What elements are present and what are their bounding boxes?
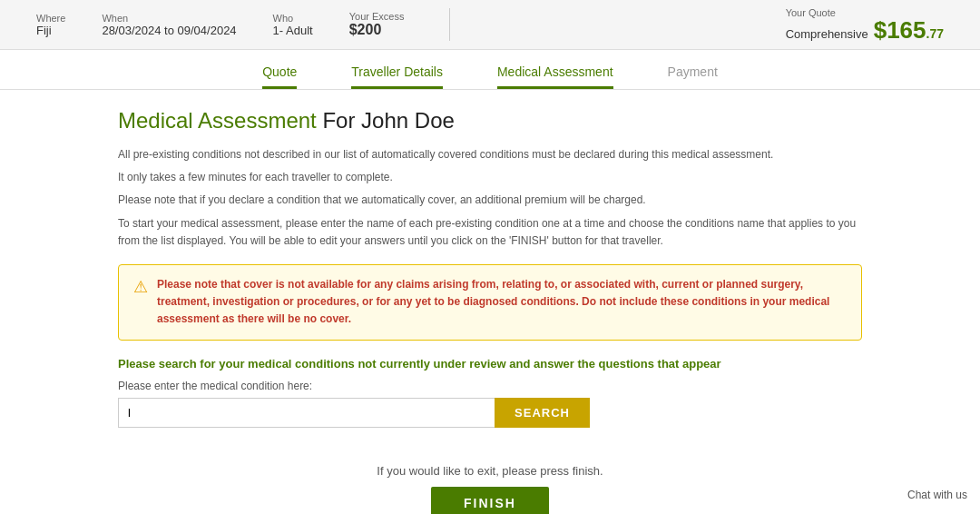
intro-text-4: To start your medical assessment, please… — [118, 215, 862, 250]
quote-price: $165.77 — [874, 18, 944, 42]
search-instruction: Please search for your medical condition… — [118, 357, 862, 371]
warning-box: ⚠ Please note that cover is not availabl… — [118, 264, 862, 341]
input-label: Please enter the medical condition here: — [118, 380, 862, 392]
who-label: Who — [273, 13, 313, 24]
page-title-name: For John Doe — [322, 108, 454, 133]
finish-section: If you would like to exit, please press … — [118, 464, 862, 515]
tab-quote[interactable]: Quote — [262, 59, 297, 89]
where-value: Fiji — [36, 24, 65, 37]
quote-price-cents: .77 — [926, 26, 944, 41]
intro-text-3: Please note that if you declare a condit… — [118, 192, 862, 209]
where-item: Where Fiji — [36, 13, 65, 37]
quote-price-main: $165 — [874, 16, 926, 44]
quote-type: Comprehensive — [786, 27, 868, 41]
header-divider — [449, 8, 450, 41]
intro-text-2: It only takes a few minutes for each tra… — [118, 169, 862, 186]
tab-traveller-details[interactable]: Traveller Details — [351, 59, 443, 89]
excess-label: Your Excess — [349, 11, 405, 22]
when-value: 28/03/2024 to 09/04/2024 — [102, 24, 236, 37]
search-row: SEARCH — [118, 398, 590, 428]
when-item: When 28/03/2024 to 09/04/2024 — [102, 13, 236, 37]
who-value: 1- Adult — [273, 24, 313, 37]
warning-text: Please note that cover is not available … — [157, 276, 847, 329]
quote-value-row: Comprehensive $165.77 — [786, 18, 944, 42]
quote-item: Your Quote Comprehensive $165.77 — [786, 7, 944, 42]
search-input[interactable] — [118, 398, 495, 428]
who-item: Who 1- Adult — [273, 13, 313, 37]
warning-icon: ⚠ — [133, 277, 148, 329]
main-content: Medical Assessment For John Doe All pre-… — [82, 90, 898, 514]
excess-item: Your Excess $200 — [349, 11, 405, 38]
tab-medical-assessment[interactable]: Medical Assessment — [497, 59, 613, 89]
page-title-green: Medical Assessment — [118, 108, 317, 133]
header: Where Fiji When 28/03/2024 to 09/04/2024… — [0, 0, 980, 50]
finish-button[interactable]: FINISH — [431, 487, 549, 515]
when-label: When — [102, 13, 236, 24]
excess-value: $200 — [349, 22, 405, 38]
chat-widget[interactable]: Chat with us — [907, 489, 967, 501]
where-label: Where — [36, 13, 65, 24]
intro-text-1: All pre-existing conditions not describe… — [118, 146, 862, 163]
tab-payment[interactable]: Payment — [668, 59, 718, 89]
finish-note: If you would like to exit, please press … — [118, 464, 862, 478]
page-title: Medical Assessment For John Doe — [118, 108, 862, 133]
tabs-bar: Quote Traveller Details Medical Assessme… — [0, 50, 980, 90]
search-button[interactable]: SEARCH — [495, 398, 590, 428]
